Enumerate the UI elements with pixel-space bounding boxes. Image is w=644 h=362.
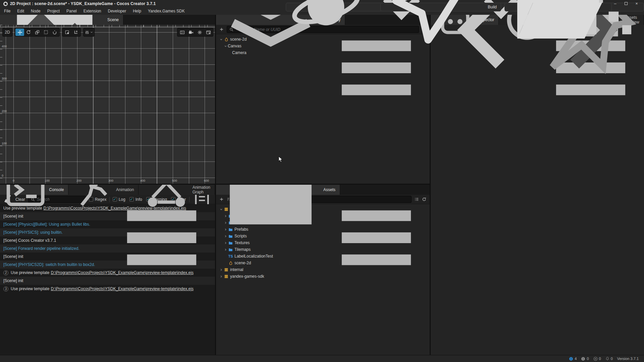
chevron-right-icon[interactable] xyxy=(223,241,228,244)
tree-label: internal xyxy=(230,267,243,272)
log-count-badge: 3 xyxy=(3,286,8,291)
chevron-right-icon[interactable] xyxy=(223,248,228,251)
status-notification-count[interactable]: 0 xyxy=(605,357,613,361)
tree-label: Textures xyxy=(234,240,250,245)
runner-icon xyxy=(73,185,114,210)
tab-scene[interactable]: Scene xyxy=(0,15,123,25)
ruler-label-y: 400 xyxy=(2,45,7,48)
corner-rect-icon xyxy=(65,30,69,35)
gizmo-settings-button[interactable] xyxy=(84,29,94,36)
status-error-count[interactable]: 0 xyxy=(593,357,601,361)
menu-panel[interactable]: Panel xyxy=(63,9,80,13)
scene-camera-button[interactable] xyxy=(186,29,195,36)
minimize-button[interactable]: – xyxy=(610,0,621,7)
build-button[interactable]: Build xyxy=(380,3,501,11)
scene-panel-gear-button[interactable] xyxy=(204,29,213,36)
scene-gear-button[interactable] xyxy=(195,29,204,36)
status-count: 0 xyxy=(587,357,589,361)
log-text: [Scene] init xyxy=(3,278,23,283)
menu-help[interactable]: Help xyxy=(129,9,145,13)
tool-rotate-button[interactable] xyxy=(24,29,33,36)
workspace: Scene 40030020010000100200300400500600 2… xyxy=(0,15,644,355)
status-count: 0 xyxy=(599,357,601,361)
status-info-count[interactable]: 4 xyxy=(569,357,577,361)
menu-project[interactable]: Project xyxy=(44,9,63,13)
titlebar: 2D Project : scene-2d.scene* - YSDK_Exam… xyxy=(0,0,644,15)
move-icon xyxy=(17,30,22,35)
folder-blue-icon xyxy=(228,241,233,245)
scene-grid xyxy=(0,25,215,184)
tab-console[interactable]: Console xyxy=(0,185,68,195)
menu-developer[interactable]: Developer xyxy=(104,9,129,13)
l-gear-icon xyxy=(73,30,78,35)
statusbar: 4000 Version 3.7.1 xyxy=(0,355,644,362)
menu-file[interactable]: File xyxy=(1,9,14,13)
droplet-icon xyxy=(228,261,233,265)
menu-extension[interactable]: Extension xyxy=(80,9,105,13)
scene-viewport[interactable]: 40030020010000100200300400500600 2D xyxy=(0,25,215,184)
chevron-down-icon xyxy=(90,31,93,34)
ruler-label-y: 200 xyxy=(2,109,7,113)
rotate-icon xyxy=(26,30,31,35)
browser-planet-icon xyxy=(289,0,363,44)
log-text: [Scene] Forward render pipeline initiali… xyxy=(3,246,79,251)
panel-gear-icon xyxy=(206,30,211,35)
scene-toolbar: 2D xyxy=(2,28,95,37)
2d-3d-toggle-button[interactable]: 2D xyxy=(3,29,12,36)
guides-icon xyxy=(180,30,185,35)
tool-scale-button[interactable] xyxy=(33,29,42,36)
maximize-button[interactable] xyxy=(621,0,631,7)
close-button[interactable]: × xyxy=(631,0,642,7)
error-icon xyxy=(593,357,598,361)
terminal-icon xyxy=(4,185,47,211)
tool-move-button[interactable] xyxy=(15,29,24,36)
info-icon xyxy=(569,357,573,361)
bell-icon xyxy=(605,357,609,361)
console-panel-header: ConsoleAnimationAnimation Graph xyxy=(0,185,215,195)
ruler-label-x: 300 xyxy=(108,179,113,182)
menu-edit[interactable]: Edit xyxy=(14,9,28,13)
scale-icon xyxy=(35,30,40,35)
tool-pivot-button[interactable] xyxy=(50,29,59,36)
log-text: [Scene] [Physics][Bullet]: Using asmjs B… xyxy=(3,222,90,227)
console-panel-menu-icon[interactable] xyxy=(111,187,212,288)
tool-rect-tool-button[interactable] xyxy=(42,29,50,36)
ruler-label-x: 400 xyxy=(140,179,145,182)
scene-panel: Scene 40030020010000100200300400500600 2… xyxy=(0,15,215,184)
info-icon xyxy=(581,357,585,361)
tool-corner-rect-button[interactable] xyxy=(63,29,71,36)
ruler-label-x: 200 xyxy=(76,179,82,182)
inspector-panel: InspectorNode LibraryAssets Preview xyxy=(431,15,644,355)
ruler-label-x: 100 xyxy=(45,179,50,182)
chevron-right-icon[interactable] xyxy=(219,268,223,271)
assets-panel-header: Assets xyxy=(216,185,430,195)
open-project-folder-button[interactable] xyxy=(504,3,612,11)
scene-ruler-top xyxy=(0,25,215,27)
scene-panel-header: Scene xyxy=(0,15,215,25)
assets-panel-menu-icon[interactable] xyxy=(326,187,427,288)
tree-label: scene-2d xyxy=(234,261,251,265)
folder-icon xyxy=(220,185,321,240)
log-text: [Scene] [PHYSICS2D]: switch from builtin… xyxy=(3,262,95,267)
ruler-label-y: 300 xyxy=(2,77,7,80)
scene-guides-button[interactable] xyxy=(178,29,186,36)
gear-icon xyxy=(197,30,202,35)
log-text: [Scene] Cocos Creator v3.7.1 xyxy=(3,238,56,243)
menu-node[interactable]: Node xyxy=(28,9,44,13)
ruler-label-y: 0 xyxy=(2,174,3,177)
ruler-label-x: 600 xyxy=(204,179,209,182)
log-text: Use preview template xyxy=(11,270,49,275)
chevron-right-icon[interactable] xyxy=(219,275,223,278)
status-warn-count[interactable]: 0 xyxy=(581,357,589,361)
stack-icon xyxy=(223,268,229,272)
window-title: 2D Project : scene-2d.scene* - YSDK_Exam… xyxy=(10,1,156,6)
log-text: [Scene] init xyxy=(3,214,23,219)
send-icon xyxy=(385,0,485,57)
tab-assets[interactable]: Assets xyxy=(216,185,340,195)
assets-panel: Assets assetsAnimationsLevelsPrefabsScri… xyxy=(216,185,430,355)
rect-tool-icon xyxy=(44,30,48,35)
build-label: Build xyxy=(488,5,497,9)
tool-l-gear-button[interactable] xyxy=(71,29,80,36)
build-controls: Build xyxy=(380,3,612,11)
menu-yandex-games-sdk[interactable]: Yandex.Games SDK xyxy=(145,9,188,13)
